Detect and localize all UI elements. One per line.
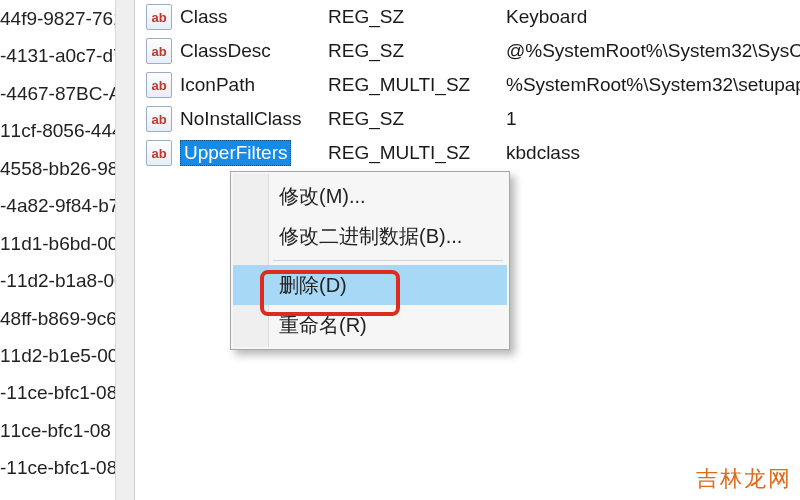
string-value-icon [146,140,172,166]
value-name: NoInstallClass [180,108,328,130]
tree-item[interactable]: 48ff-b869-9c6 [0,300,134,337]
tree-item[interactable]: 44f9-9827-761 [0,0,134,37]
value-row[interactable]: ClassDesc REG_SZ @%SystemRoot%\System32\… [146,34,800,68]
string-value-icon [146,4,172,30]
tree-item[interactable]: 11d2-b1e5-00 [0,337,134,374]
tree-item[interactable]: -11ce-bfc1-08 [0,374,134,411]
value-name: Class [180,6,328,28]
value-name: IconPath [180,74,328,96]
value-type: REG_SZ [328,108,506,130]
value-row-selected[interactable]: UpperFilters REG_MULTI_SZ kbdclass [146,136,800,170]
value-name: UpperFilters [180,140,328,166]
menu-item-modify-binary[interactable]: 修改二进制数据(B)... [233,216,507,256]
value-row[interactable]: Class REG_SZ Keyboard [146,0,800,34]
menu-item-modify[interactable]: 修改(M)... [233,176,507,216]
menu-separator [273,260,503,261]
registry-tree-panel[interactable]: 44f9-9827-761 -4131-a0c7-d7 -4467-87BC-A… [0,0,135,500]
value-type: REG_SZ [328,6,506,28]
menu-item-delete[interactable]: 删除(D) [233,265,507,305]
value-data: 1 [506,108,800,130]
string-value-icon [146,106,172,132]
value-type: REG_SZ [328,40,506,62]
value-data: Keyboard [506,6,800,28]
string-value-icon [146,38,172,64]
tree-item[interactable]: -11d2-b1a8-00 [0,262,134,299]
tree-item[interactable]: 11cf-8056-444 [0,112,134,149]
tree-item[interactable]: 11d1-b6bd-00 [0,225,134,262]
selected-value-name: UpperFilters [180,140,291,166]
tree-item[interactable]: -4467-87BC-A [0,75,134,112]
tree-item[interactable]: -4a82-9f84-b7 [0,187,134,224]
value-row[interactable]: NoInstallClass REG_SZ 1 [146,102,800,136]
value-data: @%SystemRoot%\System32\SysClass [506,40,800,62]
watermark-text: 吉林龙网 [696,464,792,494]
value-data: %SystemRoot%\System32\setupapi. [506,74,800,96]
value-data: kbdclass [506,142,800,164]
context-menu[interactable]: 修改(M)... 修改二进制数据(B)... 删除(D) 重命名(R) [230,171,510,350]
value-type: REG_MULTI_SZ [328,142,506,164]
tree-item[interactable]: -4131-a0c7-d7 [0,37,134,74]
tree-item[interactable]: -11ce-bfc1-08 [0,449,134,486]
tree-item[interactable]: 4558-bb26-98 [0,150,134,187]
value-row[interactable]: IconPath REG_MULTI_SZ %SystemRoot%\Syste… [146,68,800,102]
menu-item-rename[interactable]: 重命名(R) [233,305,507,345]
tree-item[interactable]: 11ce-bfc1-08 [0,412,134,449]
value-name: ClassDesc [180,40,328,62]
value-type: REG_MULTI_SZ [328,74,506,96]
string-value-icon [146,72,172,98]
